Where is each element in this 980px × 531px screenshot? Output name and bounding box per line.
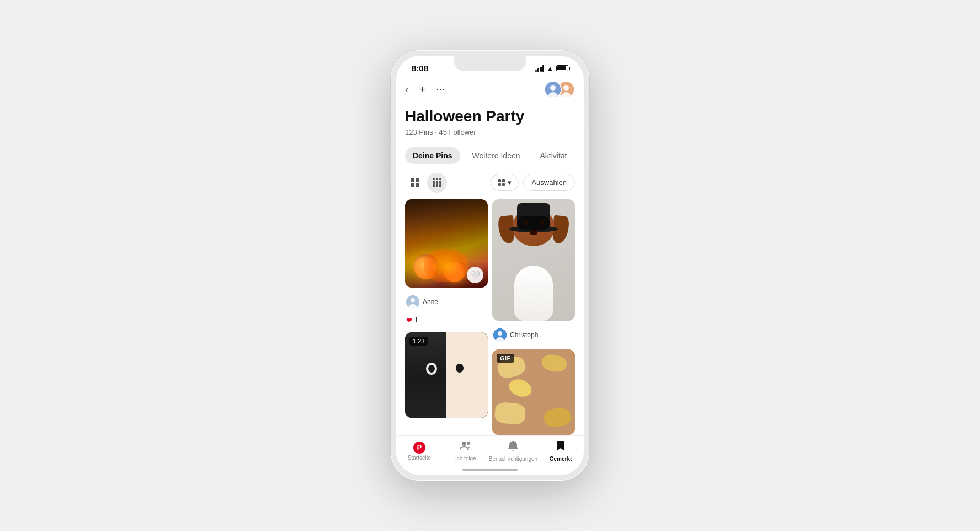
status-time: 8:08 xyxy=(412,63,428,73)
tab-gemerkt[interactable]: Gemerkt xyxy=(537,440,584,462)
svg-point-1 xyxy=(550,85,556,91)
board-meta: 123 Pins · 45 Follower xyxy=(405,128,575,136)
dog-eyes xyxy=(523,220,545,226)
pin-column-right: Christoph GIF xyxy=(492,199,575,435)
collaborator-avatars xyxy=(544,81,575,98)
tab-ich-folge[interactable]: Ich folge xyxy=(443,440,489,461)
svg-point-14 xyxy=(498,331,502,336)
select-button[interactable]: Auswählen xyxy=(523,174,575,191)
pin-pumpkins-image: 🤍 xyxy=(405,199,488,288)
toolbar: ▾ Auswählen xyxy=(396,171,584,199)
heart-icon: ❤ xyxy=(406,316,412,325)
sort-icon xyxy=(498,179,505,187)
pumpkin-glow xyxy=(424,249,468,282)
tab-gemerkt-label: Gemerkt xyxy=(550,456,572,462)
status-icons: ▲ xyxy=(535,65,568,72)
horror-eye-right xyxy=(455,363,465,374)
app-content[interactable]: ‹ + ··· xyxy=(396,76,584,435)
sort-label: ▾ xyxy=(508,178,512,187)
wifi-icon: ▲ xyxy=(547,65,553,72)
pin-column-left: 🤍 Anne ❤ xyxy=(405,199,488,435)
video-duration-badge: 1:23 xyxy=(409,337,428,346)
phone-screen: 8:08 ▲ ‹ + ··· xyxy=(396,56,584,475)
tab-benachrichtigungen[interactable]: Benachrichtigungen xyxy=(489,440,537,462)
pin-1-like-count: 1 xyxy=(414,316,418,324)
bottom-tab-bar: P Startseite Ich folge xyxy=(396,435,584,464)
pin-1-likes: ❤ 1 xyxy=(405,316,488,328)
pin-2-avatar xyxy=(493,328,507,342)
add-button[interactable]: + xyxy=(419,84,425,95)
tab-benachrichtigungen-label: Benachrichtigungen xyxy=(489,456,537,462)
battery-fill xyxy=(557,66,566,70)
notch xyxy=(454,56,526,71)
dog-eye-right xyxy=(539,220,545,226)
dog-eye-left xyxy=(523,220,528,226)
tab-aktivitaet[interactable]: Aktivität xyxy=(532,147,575,164)
bookmark-icon xyxy=(556,440,566,455)
people-icon xyxy=(460,440,472,454)
title-section: Halloween Party 123 Pins · 45 Follower xyxy=(396,103,584,143)
bell-icon xyxy=(508,440,519,455)
view-toggle xyxy=(405,173,447,193)
signal-icon xyxy=(535,65,545,72)
pin-grid: 🤍 Anne ❤ xyxy=(396,199,584,435)
pin-2-user-info: Christoph xyxy=(492,325,575,345)
dog-nose xyxy=(530,230,537,235)
svg-point-17 xyxy=(467,442,470,445)
avatar-1[interactable] xyxy=(544,81,562,98)
pin-1-username: Anne xyxy=(423,298,438,306)
nav-bar: ‹ + ··· xyxy=(396,76,584,103)
toolbar-right: ▾ Auswählen xyxy=(491,174,575,191)
board-title: Halloween Party xyxy=(405,107,575,126)
gif-badge: GIF xyxy=(497,354,514,363)
tab-weitere-ideen[interactable]: Weitere Ideen xyxy=(465,147,528,164)
grid-2col-button[interactable] xyxy=(405,173,425,193)
pin-1-user-info: Anne xyxy=(405,292,488,312)
pin-dog-card[interactable] xyxy=(492,199,575,321)
pin-pumpkins-card[interactable]: 🤍 xyxy=(405,199,488,288)
pin-cookies-card[interactable]: GIF xyxy=(492,349,575,435)
svg-point-4 xyxy=(563,85,569,91)
pin-heart-button[interactable]: 🤍 xyxy=(467,267,483,283)
sort-button[interactable]: ▾ xyxy=(491,174,519,191)
tab-startseite[interactable]: P Startseite xyxy=(396,442,443,461)
svg-point-11 xyxy=(411,298,415,302)
phone-frame: 8:08 ▲ ‹ + ··· xyxy=(391,50,589,481)
svg-point-16 xyxy=(462,442,466,446)
svg-rect-8 xyxy=(498,183,501,186)
tab-ich-folge-label: Ich folge xyxy=(455,455,476,461)
grid-2col-icon xyxy=(411,178,419,187)
svg-rect-6 xyxy=(498,179,501,182)
horror-eye-left xyxy=(426,363,437,375)
pin-horror-card[interactable]: 1:23 xyxy=(405,332,488,418)
tab-bar: Deine Pins Weitere Ideen Aktivität xyxy=(396,143,584,171)
svg-rect-9 xyxy=(502,183,505,186)
home-bar xyxy=(462,469,518,471)
dog-body xyxy=(514,266,553,321)
pin-dog-image xyxy=(492,199,575,321)
tab-deine-pins[interactable]: Deine Pins xyxy=(405,147,460,164)
more-button[interactable]: ··· xyxy=(436,84,445,94)
pinterest-icon: P xyxy=(413,442,425,454)
svg-rect-7 xyxy=(502,179,505,182)
grid-3col-icon xyxy=(433,178,441,187)
battery-icon xyxy=(556,65,568,71)
nav-left: ‹ + ··· xyxy=(405,84,445,95)
horror-cheek xyxy=(446,332,488,418)
home-indicator xyxy=(396,464,584,475)
pin-1-avatar xyxy=(406,295,419,309)
grid-3col-button[interactable] xyxy=(427,173,447,193)
pin-2-username: Christoph xyxy=(510,331,538,339)
back-button[interactable]: ‹ xyxy=(405,84,408,95)
pin-horror-image: 1:23 xyxy=(405,332,488,418)
cookie-3 xyxy=(494,401,526,425)
pin-cookies-image: GIF xyxy=(492,349,575,435)
tab-startseite-label: Startseite xyxy=(408,455,431,461)
